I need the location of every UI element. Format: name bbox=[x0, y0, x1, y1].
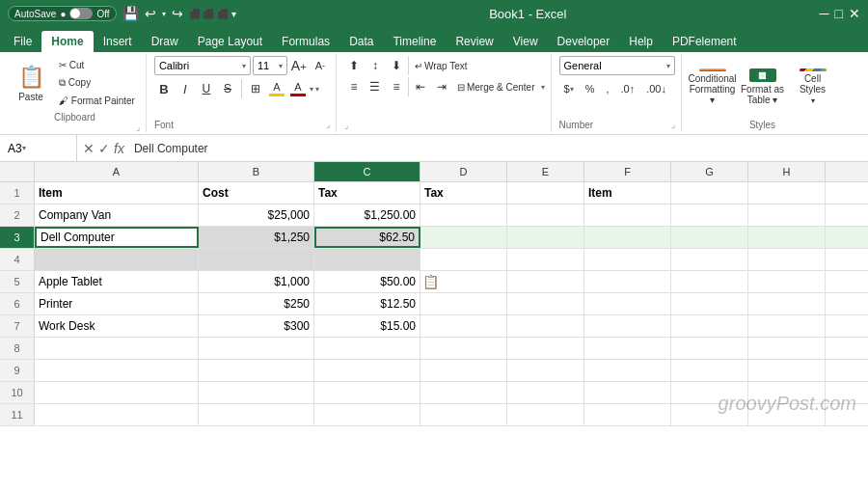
cell-styles-btn[interactable]: Cell Styles ▾ bbox=[790, 68, 836, 106]
save-icon[interactable]: 💾 bbox=[122, 6, 139, 21]
cell-f10[interactable] bbox=[584, 382, 671, 403]
cell-c8[interactable] bbox=[314, 338, 420, 359]
cell-d2[interactable] bbox=[420, 204, 507, 226]
cell-d9[interactable] bbox=[420, 360, 507, 381]
cell-f9[interactable] bbox=[584, 360, 671, 381]
cell-f11[interactable] bbox=[584, 404, 671, 425]
tab-developer[interactable]: Developer bbox=[548, 31, 620, 52]
font-expand[interactable]: ⌟ bbox=[326, 120, 330, 129]
align-top-btn[interactable]: ⬆ bbox=[344, 56, 364, 75]
cell-d4[interactable] bbox=[420, 249, 507, 270]
format-painter-button[interactable]: 🖌 Format Painter bbox=[54, 93, 140, 109]
cell-a1[interactable]: Item bbox=[35, 182, 199, 204]
cell-h6[interactable] bbox=[748, 293, 826, 314]
formula-cancel-btn[interactable]: ✕ bbox=[83, 141, 95, 156]
tab-review[interactable]: Review bbox=[446, 31, 502, 52]
fill-color-button[interactable]: A bbox=[267, 79, 286, 98]
cell-f5[interactable] bbox=[584, 271, 671, 292]
minimize-btn[interactable]: ─ bbox=[820, 6, 829, 21]
formula-func-btn[interactable]: fx bbox=[114, 141, 124, 156]
cell-e6[interactable] bbox=[507, 293, 584, 314]
cell-f3[interactable] bbox=[584, 227, 671, 248]
cell-h1[interactable] bbox=[748, 182, 826, 204]
paste-button[interactable]: 📋 Paste bbox=[10, 56, 52, 110]
cell-a4[interactable] bbox=[35, 249, 199, 270]
cell-c1[interactable]: Tax bbox=[314, 182, 420, 204]
percent-btn[interactable]: % bbox=[581, 79, 600, 98]
autosave-toggle[interactable] bbox=[69, 8, 93, 19]
cell-b3[interactable]: $1,250 bbox=[199, 227, 314, 248]
close-btn[interactable]: ✕ bbox=[849, 6, 860, 21]
format-as-table-btn[interactable]: ▦ Format asTable ▾ bbox=[740, 68, 786, 106]
border-button[interactable]: ⊞ bbox=[246, 79, 265, 98]
col-header-a[interactable]: A bbox=[35, 162, 199, 181]
cell-b11[interactable] bbox=[199, 404, 314, 425]
cell-g4[interactable] bbox=[671, 249, 748, 270]
number-format-dropdown[interactable]: General ▾ bbox=[559, 56, 675, 75]
cell-b10[interactable] bbox=[199, 382, 314, 403]
font-color-button[interactable]: A bbox=[288, 79, 308, 98]
cell-h5[interactable] bbox=[748, 271, 826, 292]
cell-d10[interactable] bbox=[420, 382, 507, 403]
cell-e2[interactable] bbox=[507, 204, 584, 226]
col-header-d[interactable]: D bbox=[420, 162, 507, 181]
cell-c10[interactable] bbox=[314, 382, 420, 403]
cell-g2[interactable] bbox=[671, 204, 748, 226]
tab-insert[interactable]: Insert bbox=[94, 31, 142, 52]
row-num-6[interactable]: 6 bbox=[0, 293, 35, 314]
cell-c5[interactable]: $50.00 bbox=[314, 271, 420, 292]
align-bottom-btn[interactable]: ⬇ bbox=[387, 56, 406, 75]
undo-icon[interactable]: ↩ bbox=[145, 6, 156, 21]
formula-confirm-btn[interactable]: ✓ bbox=[98, 141, 110, 156]
cell-g1[interactable] bbox=[671, 182, 748, 204]
cell-c3[interactable]: $62.50 bbox=[314, 227, 420, 248]
decrease-font-btn[interactable]: A- bbox=[311, 56, 330, 75]
row-num-5[interactable]: 5 bbox=[0, 271, 35, 292]
row-num-4[interactable]: 4 bbox=[0, 249, 35, 270]
cell-f8[interactable] bbox=[584, 338, 671, 359]
cell-e4[interactable] bbox=[507, 249, 584, 270]
cell-h7[interactable] bbox=[748, 315, 826, 337]
cell-f1[interactable]: Item bbox=[584, 182, 671, 204]
cell-a8[interactable] bbox=[35, 338, 199, 359]
cell-e5[interactable] bbox=[507, 271, 584, 292]
cell-b1[interactable]: Cost bbox=[199, 182, 314, 204]
cell-c2[interactable]: $1,250.00 bbox=[314, 204, 420, 226]
col-header-e[interactable]: E bbox=[507, 162, 584, 181]
tab-view[interactable]: View bbox=[503, 31, 548, 52]
cell-f6[interactable] bbox=[584, 293, 671, 314]
wrap-text-btn[interactable]: ↵ Wrap Text bbox=[411, 56, 472, 75]
cell-e3[interactable] bbox=[507, 227, 584, 248]
row-num-10[interactable]: 10 bbox=[0, 382, 35, 403]
redo-icon[interactable]: ↪ bbox=[172, 6, 183, 21]
cell-a2[interactable]: Company Van bbox=[35, 204, 199, 226]
cell-d8[interactable] bbox=[420, 338, 507, 359]
cell-d11[interactable] bbox=[420, 404, 507, 425]
cell-c4[interactable] bbox=[314, 249, 420, 270]
tab-help[interactable]: Help bbox=[619, 31, 663, 52]
cell-b6[interactable]: $250 bbox=[199, 293, 314, 314]
col-header-h[interactable]: H bbox=[748, 162, 826, 181]
tab-timeline[interactable]: Timeline bbox=[383, 31, 446, 52]
cell-h4[interactable] bbox=[748, 249, 826, 270]
row-num-2[interactable]: 2 bbox=[0, 204, 35, 226]
comma-btn[interactable]: , bbox=[601, 79, 613, 98]
cut-button[interactable]: ✂ Cut bbox=[54, 57, 140, 73]
tab-formulas[interactable]: Formulas bbox=[272, 31, 339, 52]
font-color-arrow[interactable]: ▾ bbox=[315, 85, 319, 94]
cell-e7[interactable] bbox=[507, 315, 584, 337]
cell-f2[interactable] bbox=[584, 204, 671, 226]
tab-pdfelement[interactable]: PDFelement bbox=[663, 31, 746, 52]
copy-button[interactable]: ⧉ Copy bbox=[54, 74, 140, 92]
increase-decimal-btn[interactable]: .0↑ bbox=[615, 79, 639, 98]
cell-g7[interactable] bbox=[671, 315, 748, 337]
cell-d1[interactable]: Tax bbox=[420, 182, 507, 204]
increase-font-btn[interactable]: A+ bbox=[289, 56, 309, 75]
maximize-btn[interactable]: □ bbox=[835, 6, 843, 21]
cell-g9[interactable] bbox=[671, 360, 748, 381]
cell-g5[interactable] bbox=[671, 271, 748, 292]
cell-h9[interactable] bbox=[748, 360, 826, 381]
row-num-1[interactable]: 1 bbox=[0, 182, 35, 204]
row-num-3[interactable]: 3 bbox=[0, 227, 35, 248]
cell-b8[interactable] bbox=[199, 338, 314, 359]
